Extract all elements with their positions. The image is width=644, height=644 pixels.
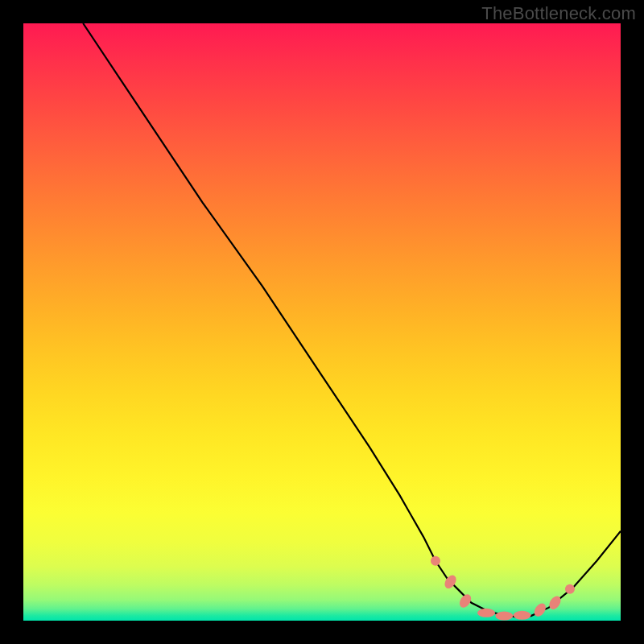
curve-svg xyxy=(23,23,621,621)
marker-point xyxy=(495,612,513,621)
marker-point xyxy=(565,584,575,594)
curve-markers xyxy=(431,556,575,621)
marker-point xyxy=(457,592,473,610)
curve-line xyxy=(83,23,621,617)
marker-point xyxy=(547,594,563,612)
marker-point xyxy=(514,611,531,620)
watermark-text: TheBottleneck.com xyxy=(481,3,636,24)
marker-point xyxy=(431,556,440,566)
chart-container: TheBottleneck.com xyxy=(0,0,644,644)
plot-area xyxy=(23,23,621,621)
marker-point xyxy=(477,609,495,617)
